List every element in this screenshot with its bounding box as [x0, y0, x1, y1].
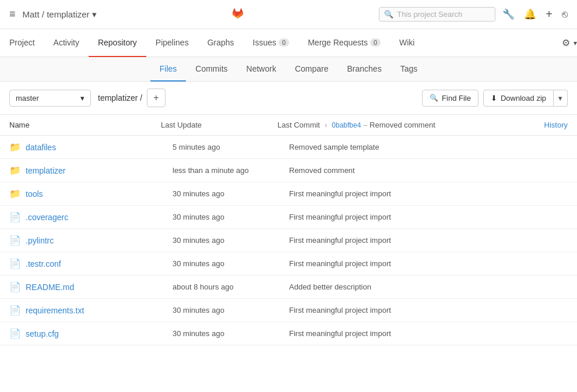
file-commit: Removed comment: [289, 166, 568, 175]
merge-requests-badge: 0: [370, 38, 381, 47]
main-nav-wiki[interactable]: Wiki: [390, 29, 424, 57]
file-icon: 📄: [9, 328, 21, 339]
file-commit: Removed sample template: [289, 143, 568, 151]
file-update: about 8 hours ago: [173, 282, 289, 291]
file-update: 5 minutes ago: [173, 143, 289, 151]
sub-nav-tags[interactable]: Tags: [391, 57, 427, 82]
main-nav-issues[interactable]: Issues 0: [244, 29, 299, 57]
table-row: 📁 templatizer less than a minute ago Rem…: [0, 159, 577, 182]
file-update: 30 minutes ago: [173, 189, 289, 198]
file-icon: 📄: [9, 258, 21, 269]
sub-nav-files[interactable]: Files: [150, 57, 187, 82]
commit-hash-link[interactable]: 0babfbe4: [332, 121, 361, 129]
file-commit: First meaningful project import: [289, 306, 568, 315]
wrench-icon[interactable]: 🔧: [502, 8, 515, 20]
main-nav-project[interactable]: Project: [0, 29, 44, 57]
folder-icon: 📁: [9, 142, 21, 153]
file-name[interactable]: .coveragerc: [26, 213, 173, 222]
search-icon: 🔍: [384, 10, 393, 19]
file-update: 30 minutes ago: [173, 259, 289, 268]
hamburger-menu[interactable]: ≡: [9, 8, 16, 20]
file-name[interactable]: requirements.txt: [26, 306, 173, 315]
sub-nav-branches[interactable]: Branches: [338, 57, 391, 82]
folder-icon: 📁: [9, 165, 21, 176]
project-title[interactable]: Matt / templatizer ▾: [23, 9, 97, 20]
nav-icons: 🔧 🔔 + ⎋: [502, 8, 568, 21]
bell-icon[interactable]: 🔔: [524, 8, 536, 20]
file-commit: Added better description: [289, 282, 568, 291]
issues-badge: 0: [279, 38, 289, 47]
branch-caret-icon: ▾: [80, 94, 85, 103]
table-row: 📄 .coveragerc 30 minutes ago First meani…: [0, 206, 577, 229]
download-label: Download zip: [501, 94, 546, 103]
sub-nav-network[interactable]: Network: [237, 57, 286, 82]
file-name[interactable]: datafiles: [26, 143, 173, 152]
download-button[interactable]: ⬇ Download zip: [483, 90, 554, 107]
file-commit: First meaningful project import: [289, 259, 568, 268]
file-commit: First meaningful project import: [289, 329, 568, 338]
download-group: ⬇ Download zip ▾: [483, 90, 568, 107]
file-name[interactable]: templatizer: [26, 166, 173, 175]
settings-caret-icon[interactable]: ▾: [574, 39, 577, 47]
plus-icon[interactable]: +: [546, 8, 553, 21]
col-update-header: Last Update: [161, 121, 277, 129]
main-nav-graphs[interactable]: Graphs: [198, 29, 244, 57]
main-nav-activity[interactable]: Activity: [44, 29, 89, 57]
table-row: 📄 .pylintrc 30 minutes ago First meaning…: [0, 229, 577, 252]
settings-gear-icon[interactable]: ⚙: [562, 37, 570, 48]
file-icon: 📄: [9, 211, 21, 223]
file-icon: 📄: [9, 235, 21, 246]
table-row: 📄 setup.cfg 30 minutes ago First meaning…: [0, 322, 577, 345]
table-row: 📄 requirements.txt 30 minutes ago First …: [0, 299, 577, 322]
main-nav-merge-requests[interactable]: Merge Requests 0: [298, 29, 390, 57]
file-commit: First meaningful project import: [289, 236, 568, 245]
file-update: 30 minutes ago: [173, 329, 289, 338]
file-update: 30 minutes ago: [173, 236, 289, 245]
table-header: Name Last Update Last Commit › 0babfbe4 …: [0, 115, 577, 136]
table-row: 📁 tools 30 minutes ago First meaningful …: [0, 182, 577, 206]
file-update: 30 minutes ago: [173, 306, 289, 315]
add-file-button[interactable]: +: [147, 89, 165, 107]
search-box[interactable]: 🔍 This project Search: [379, 7, 495, 22]
download-icon: ⬇: [491, 94, 497, 103]
col-name-header: Name: [9, 121, 161, 129]
file-name[interactable]: tools: [26, 189, 173, 199]
search-placeholder: This project Search: [397, 10, 462, 19]
table-row: 📁 datafiles 5 minutes ago Removed sample…: [0, 136, 577, 159]
table-row: 📄 README.md about 8 hours ago Added bett…: [0, 276, 577, 299]
commit-separator: –: [363, 121, 367, 129]
file-list: 📁 datafiles 5 minutes ago Removed sample…: [0, 136, 577, 345]
sub-nav: Files Commits Network Compare Branches T…: [0, 57, 577, 82]
file-update: 30 minutes ago: [173, 213, 289, 221]
history-link[interactable]: History: [544, 121, 568, 129]
search-icon-small: 🔍: [430, 94, 438, 102]
top-nav: ≡ Matt / templatizer ▾ 🔍 This project Se…: [0, 0, 577, 29]
main-nav-pipelines[interactable]: Pipelines: [146, 29, 198, 57]
file-name[interactable]: .pylintrc: [26, 236, 173, 245]
file-name[interactable]: .testr.conf: [26, 259, 173, 269]
file-update: less than a minute ago: [173, 166, 289, 175]
main-nav: Project Activity Repository Pipelines Gr…: [0, 29, 577, 57]
sub-nav-compare[interactable]: Compare: [286, 57, 338, 82]
find-file-button[interactable]: 🔍 Find File: [422, 90, 479, 107]
folder-icon: 📁: [9, 188, 21, 199]
branch-name: master: [16, 94, 39, 103]
sub-nav-commits[interactable]: Commits: [186, 57, 237, 82]
file-name[interactable]: setup.cfg: [26, 329, 173, 338]
commit-message: Removed comment: [370, 121, 435, 129]
file-icon: 📄: [9, 305, 21, 316]
file-name[interactable]: README.md: [26, 282, 173, 292]
gitlab-logo: [227, 3, 248, 26]
file-commit: First meaningful project import: [289, 213, 568, 221]
file-commit: First meaningful project import: [289, 189, 568, 198]
main-nav-repository[interactable]: Repository: [89, 29, 146, 57]
signout-icon[interactable]: ⎋: [562, 9, 568, 20]
toolbar: master ▾ templatizer / + 🔍 Find File ⬇ D…: [0, 82, 577, 115]
branch-selector[interactable]: master ▾: [9, 90, 91, 107]
table-row: 📄 .testr.conf 30 minutes ago First meani…: [0, 252, 577, 276]
file-icon: 📄: [9, 281, 21, 292]
col-commit-header: Last Commit › 0babfbe4 – Removed comment: [277, 121, 544, 129]
path-breadcrumb: templatizer /: [98, 93, 142, 103]
download-caret-button[interactable]: ▾: [554, 90, 568, 107]
find-file-label: Find File: [442, 94, 471, 103]
